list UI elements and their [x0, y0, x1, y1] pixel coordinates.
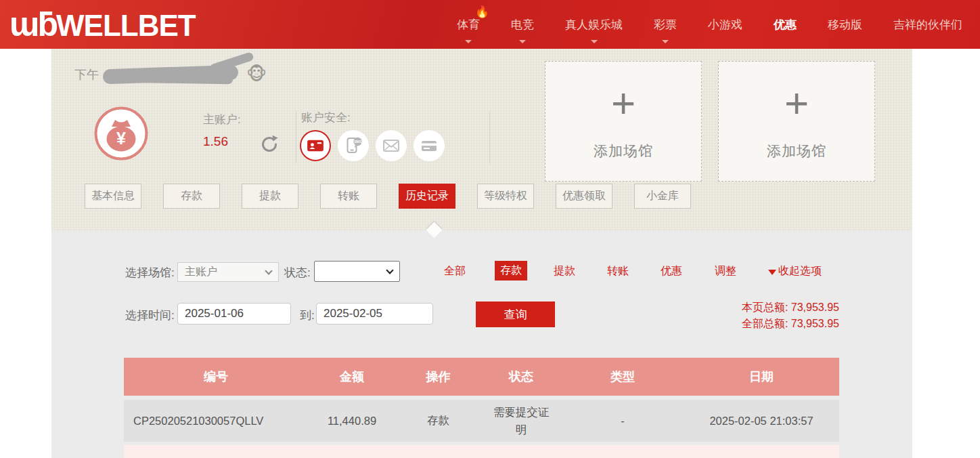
chevron-down-icon: [519, 40, 526, 43]
nav-item-live-casino[interactable]: 真人娱乐城: [565, 17, 623, 33]
nav-item-label: 移动版: [828, 18, 862, 31]
add-venue-label: 添加场馆: [767, 142, 826, 161]
nav-item-mini-games[interactable]: 小游戏: [708, 17, 742, 33]
main-account-info: 主账户: 1.56: [203, 112, 241, 149]
page-total: 本页总额: 73,953.95: [742, 299, 839, 316]
main-nav: 🔥 体育 电竞 真人娱乐城 彩票 小游戏 优惠 移动版 吉祥的伙伴们: [457, 0, 962, 49]
column-header-amount: 金额: [308, 369, 396, 385]
bank-card-icon[interactable]: [414, 130, 445, 161]
greeting: 下午 🐵: [74, 64, 267, 85]
venue-select[interactable]: 主账户: [177, 262, 279, 282]
date-from-input[interactable]: [177, 303, 291, 325]
nav-item-label: 体育: [457, 18, 480, 31]
history-panel: 选择场馆: 主账户 状态: 全部 存款 提款 转账 优惠 调整 收起选项 选择时…: [51, 230, 912, 458]
sms-phone-icon[interactable]: SMS: [338, 130, 369, 161]
nav-item-label: 优惠: [774, 18, 797, 31]
status-select[interactable]: [314, 261, 400, 282]
totals: 本页总额: 73,953.95 全部总额: 73,953.95: [742, 299, 839, 332]
chevron-down-icon: [265, 267, 272, 274]
nav-item-label: 吉祥的伙伴们: [893, 18, 962, 31]
greeting-text: 下午: [74, 66, 99, 83]
nav-item-esports[interactable]: 电竞: [511, 17, 534, 33]
main-account-balance: 1.56: [203, 134, 241, 149]
chevron-down-icon: [465, 40, 472, 43]
tab-withdraw[interactable]: 提款: [242, 184, 298, 209]
collapse-options-label: 收起选项: [778, 264, 822, 278]
type-link-adjust[interactable]: 调整: [715, 264, 736, 278]
money-bag-icon: ¥: [93, 106, 149, 161]
venue-select-value: 主账户: [185, 265, 217, 279]
all-total-value: 73,953.95: [791, 318, 839, 329]
add-venue-box-2[interactable]: + 添加场馆: [718, 61, 875, 182]
nav-item-label: 电竞: [511, 18, 534, 31]
nav-item-label: 小游戏: [708, 18, 742, 31]
table-row-partial: [124, 445, 839, 458]
chevron-down-icon: [662, 40, 669, 43]
divider: [296, 112, 296, 163]
column-header-date: 日期: [684, 369, 839, 385]
cell-status: 需要提交证明: [481, 403, 562, 439]
type-link-all[interactable]: 全部: [444, 264, 466, 278]
page-total-label: 本页总额:: [742, 301, 788, 313]
chevron-down-icon: [386, 266, 393, 274]
tab-promo-claim[interactable]: 优惠领取: [556, 184, 612, 209]
wellbet-logo-text: WELLBET: [56, 11, 196, 41]
triangle-down-icon: [768, 270, 776, 275]
redacted-username: [103, 64, 239, 84]
column-header-type: 类型: [562, 369, 684, 385]
cell-type: -: [562, 415, 684, 428]
cell-operation: 存款: [396, 413, 481, 428]
add-venue-label: 添加场馆: [594, 142, 653, 161]
time-select-label: 选择时间:: [125, 308, 175, 323]
refresh-balance-icon[interactable]: [259, 133, 280, 155]
nav-item-label: 彩票: [654, 18, 677, 31]
collapse-options-link[interactable]: 收起选项: [768, 264, 822, 278]
type-link-transfer[interactable]: 转账: [607, 264, 629, 278]
account-security-label: 账户安全:: [301, 110, 351, 125]
top-navbar: ɯƃWELLBET 🔥 体育 电竞 真人娱乐城 彩票 小游戏 优惠 移动版: [0, 0, 980, 49]
type-link-deposit[interactable]: 存款: [495, 261, 527, 280]
id-card-icon[interactable]: [300, 130, 331, 161]
mail-icon[interactable]: [376, 130, 407, 161]
tab-history[interactable]: 历史记录: [399, 184, 455, 209]
all-total: 全部总额: 73,953.95: [742, 316, 839, 332]
table-row: CP25020521030057QLLV 11,440.89 存款 需要提交证明…: [124, 400, 839, 442]
date-to-input[interactable]: [316, 303, 433, 325]
nav-item-promotions[interactable]: 优惠: [774, 17, 797, 33]
table-header-row: 编号 金额 操作 状态 类型 日期: [124, 358, 839, 396]
account-panel: 下午 🐵 ¥ 主账户: 1.56 账户安全:: [51, 49, 912, 230]
tab-basic-info[interactable]: 基本信息: [85, 184, 141, 209]
all-total-label: 全部总额:: [742, 318, 788, 329]
nav-item-label: 真人娱乐城: [565, 18, 623, 31]
filter-row-top: 选择场馆: 主账户 状态: 全部 存款 提款 转账 优惠 调整 收起选项: [51, 260, 912, 283]
type-link-withdraw[interactable]: 提款: [554, 264, 575, 278]
tab-vip-privileges[interactable]: 等级特权: [477, 184, 534, 209]
plus-icon: +: [611, 82, 636, 124]
divider: [489, 112, 490, 163]
tab-vault[interactable]: 小金库: [634, 184, 691, 209]
plus-icon: +: [784, 82, 809, 124]
nav-item-sports[interactable]: 🔥 体育: [457, 17, 480, 33]
tab-deposit[interactable]: 存款: [163, 184, 220, 209]
account-security-icons: SMS: [300, 130, 445, 161]
svg-text:SMS: SMS: [354, 140, 362, 144]
svg-text:¥: ¥: [116, 129, 126, 148]
nav-item-partners[interactable]: 吉祥的伙伴们: [893, 17, 962, 33]
type-link-promo[interactable]: 优惠: [661, 264, 682, 278]
wellbet-logo-mark: ɯƃ: [9, 7, 56, 41]
tab-transfer[interactable]: 转账: [320, 184, 377, 209]
chevron-down-icon: [591, 40, 598, 43]
status-select-label: 状态:: [284, 265, 311, 280]
flame-hot-icon: 🔥: [475, 5, 489, 19]
nav-item-mobile[interactable]: 移动版: [828, 17, 862, 33]
search-button[interactable]: 查询: [476, 301, 555, 327]
column-header-status: 状态: [481, 369, 562, 385]
venue-select-label: 选择场馆:: [125, 265, 175, 280]
column-header-operation: 操作: [396, 369, 481, 385]
wellbet-logo[interactable]: ɯƃWELLBET: [9, 7, 196, 41]
nav-item-lottery[interactable]: 彩票: [654, 17, 677, 33]
monkey-emoji: 🐵: [246, 64, 267, 85]
page-total-value: 73,953.95: [791, 301, 839, 313]
add-venue-box-1[interactable]: + 添加场馆: [545, 61, 702, 182]
account-tabs: 基本信息 存款 提款 转账 历史记录 等级特权 优惠领取 小金库: [85, 184, 691, 209]
